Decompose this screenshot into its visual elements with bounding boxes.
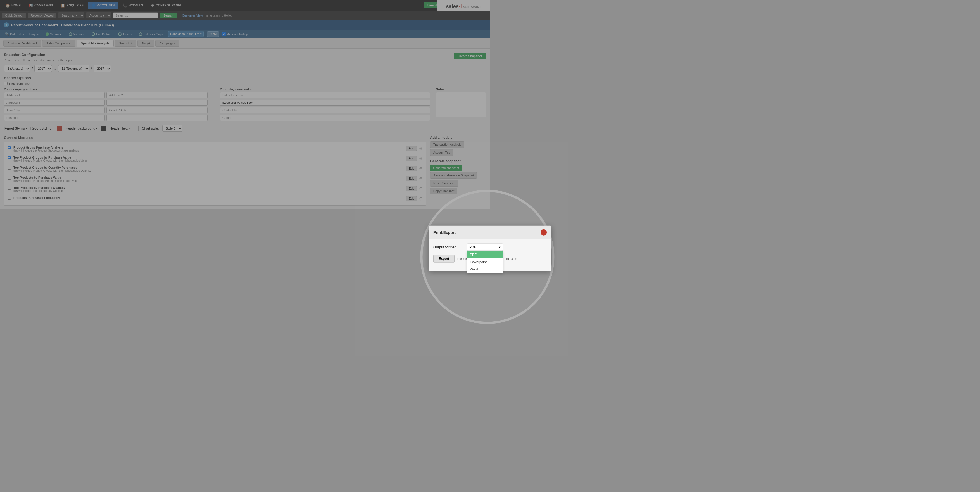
modal-header: Print/Export	[429, 226, 490, 239]
format-dropdown-wrapper: PDF ▾ PDF Powerpoint Word	[467, 243, 490, 246]
main-content: Create Snapshot Snapshot Configuration P…	[0, 49, 490, 209]
overlay	[0, 0, 490, 246]
print-export-modal: Print/Export Output format PDF ▾ PDF Pow…	[428, 225, 490, 246]
modal-body: Output format PDF ▾ PDF Powerpoint Word …	[429, 239, 490, 246]
format-dropdown-button[interactable]: PDF ▾	[467, 243, 490, 246]
modal-title: Print/Export	[433, 230, 456, 235]
output-format-label: Output format	[433, 245, 464, 246]
output-format-row: Output format PDF ▾ PDF Powerpoint Word	[433, 243, 490, 246]
format-current-value: PDF	[469, 245, 476, 246]
